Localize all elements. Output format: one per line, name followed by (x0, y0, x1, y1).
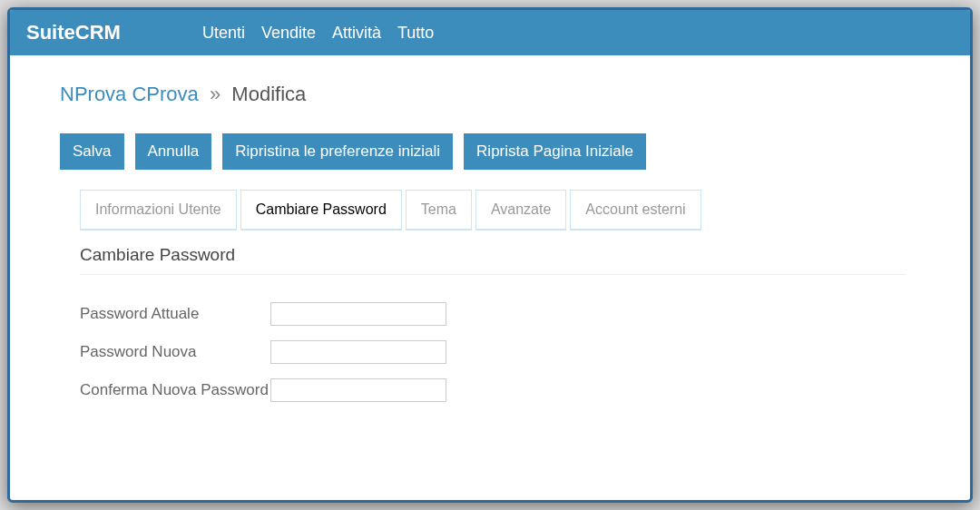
input-current-password[interactable] (270, 302, 446, 326)
brand-logo[interactable]: SuiteCRM (26, 21, 121, 44)
tab-account-esterni[interactable]: Account esterni (570, 190, 701, 230)
label-confirm-password: Conferma Nuova Password (80, 381, 270, 399)
nav-vendite[interactable]: Vendite (261, 24, 316, 43)
top-nav: Utenti Vendite Attività Tutto (202, 24, 434, 43)
label-new-password: Password Nuova (80, 343, 270, 361)
tab-cambiare-password[interactable]: Cambiare Password (240, 190, 402, 230)
label-current-password: Password Attuale (80, 305, 270, 323)
tab-avanzate[interactable]: Avanzate (475, 190, 566, 230)
topbar: SuiteCRM Utenti Vendite Attività Tutto (10, 10, 970, 55)
divider (80, 274, 906, 275)
section-title: Cambiare Password (80, 245, 920, 265)
reset-homepage-button[interactable]: Riprista Pagina Iniziale (464, 133, 646, 170)
nav-utenti[interactable]: Utenti (202, 24, 245, 43)
nav-attivita[interactable]: Attività (332, 24, 381, 43)
breadcrumb: NProva CProva » Modifica (60, 83, 920, 106)
row-current-password: Password Attuale (80, 302, 920, 326)
app-window: SuiteCRM Utenti Vendite Attività Tutto ☰… (7, 7, 973, 503)
breadcrumb-separator: » (210, 83, 220, 105)
reset-preferences-button[interactable]: Ripristina le preferenze iniziali (222, 133, 453, 170)
breadcrumb-user-link[interactable]: NProva CProva (60, 83, 199, 105)
content-area: ☰ NProva CProva » Modifica Salva Annulla… (10, 55, 970, 435)
input-confirm-password[interactable] (270, 378, 446, 402)
nav-tutto[interactable]: Tutto (397, 24, 434, 43)
cancel-button[interactable]: Annulla (135, 133, 212, 170)
action-bar: Salva Annulla Ripristina le preferenze i… (60, 133, 920, 170)
tab-tema[interactable]: Tema (406, 190, 472, 230)
tab-info-utente[interactable]: Informazioni Utente (80, 190, 237, 230)
save-button[interactable]: Salva (60, 133, 124, 170)
tabs: Informazioni Utente Cambiare Password Te… (80, 190, 920, 230)
breadcrumb-current: Modifica (231, 83, 306, 105)
row-confirm-password: Conferma Nuova Password (80, 378, 920, 402)
input-new-password[interactable] (270, 340, 446, 364)
row-new-password: Password Nuova (80, 340, 920, 364)
